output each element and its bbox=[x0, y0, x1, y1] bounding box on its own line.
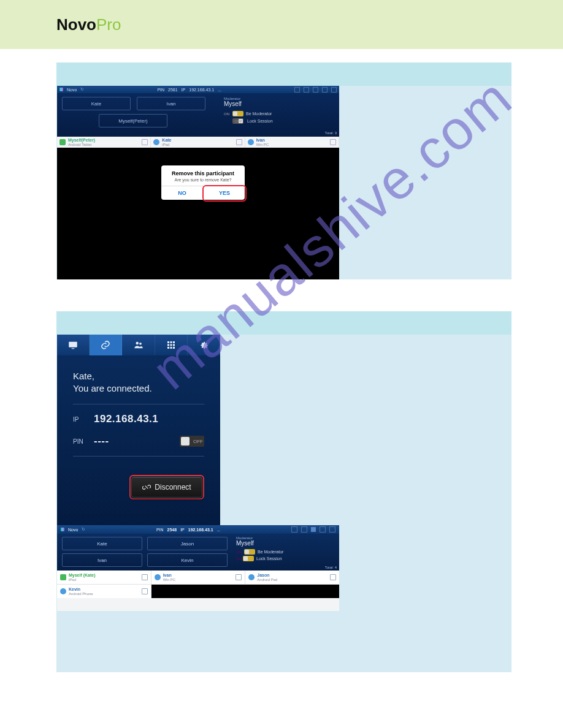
off-label: OFF bbox=[235, 119, 242, 123]
group-icon[interactable] bbox=[311, 527, 316, 532]
top-bar[interactable]: Novo ↻ PIN 2548 IP 192.168.43.1 ... bbox=[57, 525, 339, 534]
slot-1[interactable]: Kate bbox=[62, 537, 142, 550]
present-icon[interactable] bbox=[236, 574, 242, 580]
refresh-icon[interactable]: ↻ bbox=[82, 527, 85, 532]
gear-icon[interactable] bbox=[331, 87, 337, 93]
link-icon bbox=[100, 339, 111, 351]
list-item[interactable]: JasonAndroid Pad bbox=[245, 571, 339, 584]
dialog-title: Remove this participant bbox=[161, 165, 245, 178]
on-label: ON bbox=[224, 112, 230, 116]
dialog-no-button[interactable]: NO bbox=[161, 186, 203, 200]
grid-icon[interactable] bbox=[320, 526, 326, 533]
tab-grid[interactable] bbox=[155, 335, 188, 355]
tab-settings[interactable] bbox=[188, 335, 220, 355]
screen-icon[interactable] bbox=[291, 526, 297, 533]
participant-device: Android Pad bbox=[257, 578, 277, 582]
screenshot-lock-session: Novo ↻ PIN 2548 IP 192.168.43.1 ... bbox=[57, 525, 339, 611]
avatar-icon bbox=[59, 139, 66, 145]
total-label: Total: bbox=[325, 131, 334, 135]
list-item[interactable]: IvanWin PC bbox=[151, 571, 245, 584]
top-bar[interactable]: Novo ↻ PIN 2581 IP 192.168.43.1 ... bbox=[57, 86, 339, 93]
pin-toggle[interactable]: OFF bbox=[180, 436, 204, 447]
total-value: 3 bbox=[335, 131, 337, 135]
section-2c-left-cell bbox=[56, 611, 350, 672]
list-empty-area bbox=[151, 585, 339, 598]
lock-session-label: Lock Session bbox=[247, 119, 273, 123]
pin-value: 2548 bbox=[167, 528, 177, 532]
present-icon[interactable] bbox=[142, 588, 148, 594]
svg-rect-9 bbox=[173, 344, 175, 346]
on-label: ON bbox=[236, 550, 242, 554]
refresh-icon[interactable]: ↻ bbox=[80, 87, 84, 92]
screen-icon bbox=[67, 339, 79, 351]
svg-rect-6 bbox=[173, 341, 175, 343]
tab-group[interactable] bbox=[122, 335, 155, 355]
lock-session-label: Lock Session bbox=[256, 556, 282, 561]
tab-present[interactable] bbox=[57, 335, 90, 355]
list-item[interactable]: IvanWin PC bbox=[245, 137, 339, 148]
list-item[interactable]: Myself (Kate)iPad bbox=[57, 571, 151, 584]
screenshot-remove-participant: Novo ↻ PIN 2581 IP 192.168.43.1 ... bbox=[57, 86, 339, 279]
grid-icon[interactable] bbox=[322, 87, 327, 93]
svg-rect-7 bbox=[167, 344, 169, 346]
slots-area: Kate Ivan Myself(Peter) bbox=[57, 93, 220, 136]
link-icon[interactable] bbox=[304, 87, 309, 93]
slot-4[interactable]: Kevin bbox=[147, 553, 228, 567]
svg-point-3 bbox=[139, 343, 142, 345]
group-icon[interactable] bbox=[313, 87, 318, 93]
dialog-yes-button[interactable]: YES bbox=[204, 186, 245, 200]
gear-icon[interactable] bbox=[329, 526, 335, 533]
pin-label: PIN bbox=[156, 528, 164, 532]
participant-name: Kevin bbox=[69, 587, 80, 591]
participant-device: Win PC bbox=[256, 143, 269, 146]
slot-1[interactable]: Kate bbox=[62, 97, 131, 110]
dialog-yes-highlight: YES bbox=[202, 185, 247, 202]
svg-rect-0 bbox=[69, 342, 77, 347]
list-item[interactable]: KateiPad bbox=[151, 137, 245, 148]
link-icon[interactable] bbox=[301, 526, 307, 533]
svg-rect-11 bbox=[170, 347, 172, 349]
group-icon bbox=[133, 339, 144, 351]
app-title: Novo bbox=[68, 528, 78, 532]
svg-rect-4 bbox=[167, 341, 169, 343]
screenshot-connected: Kate, You are connected. IP 192.168.43.1… bbox=[57, 335, 220, 525]
present-icon[interactable] bbox=[142, 574, 148, 580]
be-moderator-toggle[interactable] bbox=[244, 549, 255, 555]
ip-value: 192.168.43.1 bbox=[189, 88, 214, 92]
section-2a-right-cell bbox=[350, 335, 511, 525]
greeting-status: You are connected. bbox=[73, 382, 204, 395]
slot-2[interactable]: Ivan bbox=[137, 97, 205, 110]
pin-value: ---- bbox=[94, 435, 109, 447]
present-icon[interactable] bbox=[236, 139, 242, 145]
avatar-icon bbox=[60, 574, 66, 580]
pin-toggle-off-label: OFF bbox=[193, 439, 203, 444]
ip-label: IP bbox=[180, 528, 185, 532]
be-moderator-toggle[interactable] bbox=[232, 111, 243, 116]
list-item[interactable]: KevinAndroid Phone bbox=[57, 585, 151, 598]
on-label-2: ON bbox=[236, 557, 242, 561]
grid-icon bbox=[166, 339, 177, 351]
disconnect-button[interactable]: Disconnect bbox=[131, 477, 202, 498]
participant-name: Myself (Kate) bbox=[69, 573, 96, 577]
participant-device: Android Tablet bbox=[68, 143, 91, 146]
present-icon[interactable] bbox=[330, 139, 336, 145]
list-item[interactable]: Myself(Peter)Android Tablet bbox=[57, 137, 151, 148]
app-title: Novo bbox=[67, 88, 77, 92]
more-icon[interactable]: ... bbox=[217, 528, 221, 532]
svg-rect-12 bbox=[173, 347, 175, 349]
slot-2[interactable]: Jason bbox=[147, 537, 228, 550]
present-icon[interactable] bbox=[330, 574, 336, 580]
moderator-name: Myself bbox=[236, 540, 335, 547]
pin-value: 2581 bbox=[168, 88, 178, 92]
participant-device: Android Phone bbox=[69, 592, 93, 596]
avatar-icon bbox=[153, 139, 159, 145]
tab-connection[interactable] bbox=[90, 335, 122, 355]
section-1-header-left bbox=[56, 63, 350, 86]
screen-icon[interactable] bbox=[294, 87, 300, 93]
slot-3[interactable]: Myself(Peter) bbox=[99, 114, 167, 127]
more-icon[interactable]: ... bbox=[218, 88, 221, 92]
participant-list: Myself(Peter)Android Tablet KateiPad Iva… bbox=[57, 137, 339, 148]
present-icon[interactable] bbox=[142, 139, 148, 145]
slot-3[interactable]: Ivan bbox=[62, 553, 142, 567]
lock-session-toggle[interactable] bbox=[243, 556, 254, 561]
